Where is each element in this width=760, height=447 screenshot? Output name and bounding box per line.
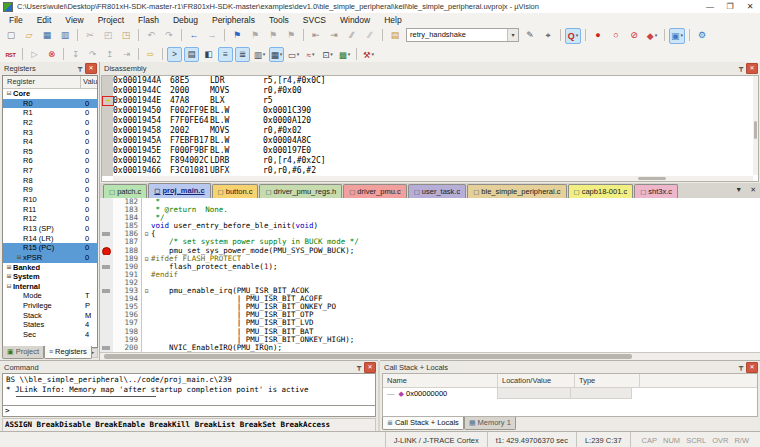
tab-memory-1[interactable]: ▦Memory 1 (464, 417, 516, 430)
menu-debug[interactable]: Debug (166, 15, 205, 25)
register-row-r3[interactable]: R30 (3, 128, 97, 138)
register-row-r13-sp[interactable]: R13 (SP)0 (3, 224, 97, 234)
fold-collapse-icon[interactable]: ⊟ (142, 255, 151, 263)
register-row-r15-pc[interactable]: R15 (PC)0 (3, 243, 97, 253)
tab-capb18-001-c[interactable]: ▢capb18-001.c (568, 184, 634, 198)
breakpoint-access-icon[interactable]: ◆▾ (644, 28, 660, 44)
scrollbar-thumb[interactable] (104, 354, 632, 359)
dropdown-arrow-icon[interactable]: ▾ (312, 51, 315, 57)
location-column-label[interactable]: Location/Value (498, 374, 575, 387)
tab-button-c[interactable]: ▢button.c (212, 184, 259, 198)
uncomment-icon[interactable]: ∕∕ (362, 28, 378, 44)
toolbox-icon[interactable]: ⚒▾ (361, 47, 376, 62)
show-next-statement-icon[interactable]: ⇨ (143, 47, 158, 62)
dropdown-arrow-icon[interactable]: ▾ (297, 51, 300, 57)
tree-expander-icon[interactable]: ⊞ (5, 263, 13, 273)
analysis-window-icon[interactable]: ≈▾ (303, 47, 318, 62)
disassembly-line[interactable]: 0x0001945EF000F9BFBL.W0x000197E0 (102, 146, 758, 156)
register-row-r12[interactable]: R120 (3, 214, 97, 224)
dropdown-arrow-icon[interactable]: ▾ (330, 51, 333, 57)
minimize-button[interactable]: — (700, 2, 720, 11)
register-row-r9[interactable]: R90 (3, 185, 97, 195)
register-row-r11[interactable]: R110 (3, 205, 97, 215)
register-row-stack[interactable]: StackM (3, 311, 97, 321)
trace-window-icon[interactable]: ⊡▾ (320, 47, 335, 62)
tab-driver-pmu-regs-h[interactable]: ▢driver_pmu_regs.h (259, 184, 342, 198)
disassembly-line[interactable]: 0x000194582002MOVSr0,#0x02 (102, 126, 758, 136)
search-combo[interactable]: retry_handshake▾ (406, 28, 519, 42)
editor-line[interactable]: 200 NVIC_EnableIRQ(PMU_IRQn); (100, 344, 760, 352)
bookmark-clear-icon[interactable]: ⚑ (283, 28, 299, 44)
find-in-files-icon[interactable]: Q▾ (565, 28, 581, 44)
open-file-icon[interactable]: ▱ (21, 28, 37, 44)
tab-user-task-c[interactable]: ▢user_task.c (408, 184, 467, 198)
disassembly-vertical-scrollbar[interactable] (753, 76, 758, 175)
bookmark-toggle-icon[interactable]: ⚑ (229, 28, 245, 44)
editor-windows-icon[interactable]: ▣▾ (669, 28, 685, 44)
dropdown-arrow-icon[interactable]: ▾ (348, 51, 351, 57)
fold-collapse-icon[interactable]: ⊟ (142, 230, 151, 238)
maximize-button[interactable]: ❐ (720, 2, 740, 11)
dropdown-arrow-icon[interactable]: ▾ (681, 32, 684, 38)
dropdown-arrow-icon[interactable]: ▾ (372, 51, 375, 57)
step-icon[interactable]: ↧ (68, 47, 83, 62)
register-row-r2[interactable]: R20 (3, 118, 97, 128)
comment-icon[interactable]: ∕∕ (344, 28, 360, 44)
disassembly-content[interactable]: 0x0001944A68E5LDRr5,[r4,#0x0C]0x0001944C… (101, 75, 759, 182)
tree-expander-icon[interactable]: ⊟ (5, 89, 13, 99)
tab-proj-main-c[interactable]: ▢proj_main.c (148, 183, 210, 198)
redo-icon[interactable]: ↷ (161, 28, 177, 44)
register-row-privilege[interactable]: PrivilegeP (3, 301, 97, 311)
navigate-back-icon[interactable]: ← (186, 28, 202, 44)
menu-peripherals[interactable]: Peripherals (205, 15, 262, 25)
memory-window-icon[interactable]: ▦▾ (269, 47, 284, 62)
command-output[interactable]: BS \\ble_simple_peripheral\../code/proj_… (2, 373, 376, 407)
system-viewer-icon[interactable]: ▩▾ (337, 47, 352, 62)
register-row-r7[interactable]: R70 (3, 166, 97, 176)
type-column-label[interactable]: Type (575, 374, 640, 387)
indent-icon[interactable]: ⇥ (326, 28, 342, 44)
tab-patch-c[interactable]: ▢patch.c (103, 184, 147, 198)
menu-edit[interactable]: Edit (30, 15, 59, 25)
register-row-internal[interactable]: ⊟Internal (3, 282, 97, 292)
command-window-icon[interactable]: > (167, 47, 182, 62)
command-input[interactable]: > (2, 405, 376, 417)
disable-breakpoint-icon[interactable]: ○ (608, 28, 624, 44)
kill-breakpoints-icon[interactable]: ⊘ (626, 28, 642, 44)
register-row-r5[interactable]: R50 (3, 147, 97, 157)
register-row-banked[interactable]: ⊞Banked (3, 263, 97, 273)
cut-icon[interactable]: ✂ (82, 28, 98, 44)
tree-expander-icon[interactable]: ⊟ (5, 282, 13, 292)
disassembly-line[interactable]: 0x00019462F894002CLDRBr0,[r4,#0x2C] (102, 156, 758, 166)
symbol-window-icon[interactable]: ◧ (201, 47, 216, 62)
bookmark-next-icon[interactable]: ⚑ (265, 28, 281, 44)
value-column-label[interactable]: Value (81, 76, 97, 88)
undo-icon[interactable]: ↶ (143, 28, 159, 44)
disassembly-horizontal-scrollbar[interactable] (113, 176, 753, 181)
close-icon[interactable]: ✕ (364, 362, 376, 373)
register-row-r14-lr[interactable]: R14 (LR)0 (3, 234, 97, 244)
register-row-r6[interactable]: R60 (3, 156, 97, 166)
menu-tools[interactable]: Tools (262, 15, 296, 25)
fold-collapse-icon[interactable]: ⊟ (142, 287, 151, 295)
register-row-r1[interactable]: R10 (3, 108, 97, 118)
close-icon[interactable]: ✕ (85, 63, 97, 74)
register-row-r10[interactable]: R100 (3, 195, 97, 205)
menu-help[interactable]: Help (377, 15, 408, 25)
close-icon[interactable]: ✕ (746, 362, 758, 373)
menu-view[interactable]: View (58, 15, 90, 25)
editor-line[interactable]: 190 flash_protect_enable(1); (100, 263, 760, 271)
reset-icon[interactable]: RST (3, 47, 18, 62)
register-row-sec[interactable]: Sec4 (3, 330, 97, 340)
tab-call-stack-locals[interactable]: ≣Call Stack + Locals (382, 417, 464, 430)
pin-icon[interactable]: ┳ (357, 363, 361, 371)
register-row-xpsr[interactable]: ⊞xPSR0 (3, 253, 97, 263)
step-out-icon[interactable]: ↥ (102, 47, 117, 62)
close-button[interactable]: ✕ (740, 2, 760, 11)
register-row-states[interactable]: States4 (3, 320, 97, 330)
tab-ble-simple-peripheral-c[interactable]: ▢ble_simple_peripheral.c (467, 184, 566, 198)
register-row-core[interactable]: ⊟Core (3, 89, 97, 99)
disassembly-line[interactable]: →0x0001944E47A8BLXr5 (102, 96, 758, 106)
step-over-icon[interactable]: ↷ (85, 47, 100, 62)
disassembly-line[interactable]: 0x00019450F002FF9EBL.W0x0001C390 (102, 106, 758, 116)
